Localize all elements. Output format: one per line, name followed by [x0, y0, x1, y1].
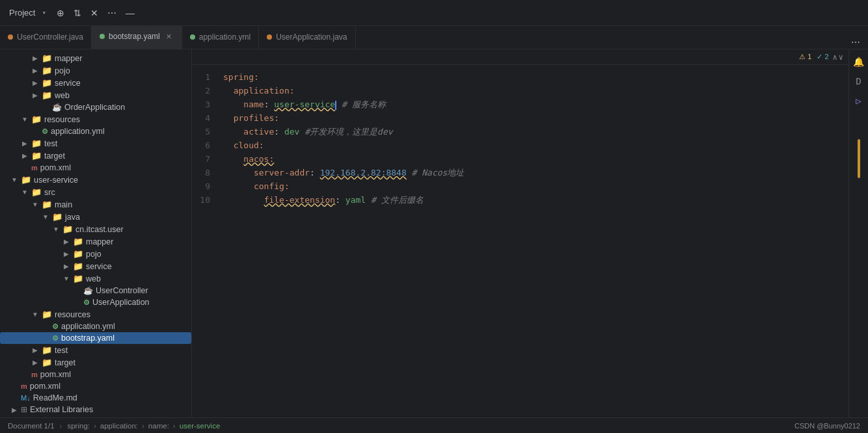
yaml-file-icon: ⚙	[52, 334, 59, 343]
check-count: ✓ 2	[817, 53, 828, 61]
code-body[interactable]: 1 2 3 4 5 6 7 8 9 10 spring: application…	[192, 65, 848, 417]
close-icon[interactable]: ✕	[88, 7, 101, 20]
sidebar-item-mapper2[interactable]: ▶ 📁 mapper	[0, 235, 191, 248]
arrow-icon: ›	[142, 422, 144, 430]
sidebar-item-target1[interactable]: ▶ 📁 target	[0, 150, 191, 162]
sidebar-item-user-service[interactable]: ▼ 📁 user-service	[0, 174, 191, 186]
sidebar-item-service2[interactable]: ▶ 📁 service	[0, 260, 191, 272]
add-icon[interactable]: ⊕	[54, 7, 67, 20]
code-line-8: server-addr: 192.168.2.82:8848 # Nacos地址	[223, 166, 841, 179]
sidebar-item-label: service	[55, 79, 81, 88]
sidebar-item-test1[interactable]: ▶ 📁 test	[0, 137, 191, 150]
code-content[interactable]: spring: application: name: user-service …	[215, 65, 848, 417]
expand-arrow-icon: ▼	[42, 213, 49, 220]
code-line-5: active: dev #开发环境，这里是dev	[223, 125, 841, 138]
tab-usercontroller[interactable]: UserController.java	[0, 25, 92, 49]
sidebar-item-pom1[interactable]: m pom.xml	[0, 162, 191, 174]
folder-icon: 📁	[73, 261, 83, 271]
project-title[interactable]: Project	[5, 5, 39, 20]
tab-bootstrap[interactable]: bootstrap.yaml ✕	[92, 25, 182, 49]
minimize-icon[interactable]: —	[123, 7, 137, 20]
sidebar-item-resources1[interactable]: ▼ 📁 resources	[0, 113, 191, 125]
sidebar-item-resources2[interactable]: ▼ 📁 resources	[0, 308, 191, 321]
expand-arrow-icon: ▼	[31, 311, 39, 318]
sidebar-item-target2[interactable]: ▶ 📁 target	[0, 356, 191, 369]
tab-userapplication[interactable]: UserApplication.java	[259, 25, 355, 49]
sidebar-item-web1[interactable]: ▶ 📁 web	[0, 89, 191, 101]
folder-icon: 📁	[31, 187, 42, 197]
sidebar-item-application-yml2[interactable]: ⚙ application.yml	[0, 321, 191, 332]
swap-icon[interactable]: ⇅	[71, 7, 84, 20]
sidebar-item-cn-itcast-user[interactable]: ▼ 📁 cn.itcast.user	[0, 223, 191, 235]
tab-label: application.yml	[199, 33, 251, 42]
code-line-6: cloud:	[223, 138, 841, 152]
sidebar-item-service1[interactable]: ▶ 📁 service	[0, 77, 191, 89]
breadcrumb-name: name:	[148, 422, 169, 430]
sidebar-item-pom-root[interactable]: m pom.xml	[0, 380, 191, 392]
sidebar-item-label: user-service	[34, 176, 78, 185]
collapse-icon[interactable]: ∨	[839, 53, 843, 62]
expand-icon[interactable]: ∧	[833, 53, 837, 62]
code-line-3: name: user-service # 服务名称	[223, 98, 841, 111]
title-bar: Project ▾ ⊕ ⇅ ✕ ⋯ —	[0, 0, 868, 26]
yaml-dot-icon	[100, 34, 105, 39]
folder-icon: 📁	[31, 114, 42, 124]
code-line-1: spring:	[223, 70, 841, 84]
sidebar-item-label: service	[86, 262, 112, 271]
sidebar-item-readme[interactable]: M↓ ReadMe.md	[0, 392, 191, 404]
arrow-icon: ›	[94, 422, 96, 430]
spring-file-icon: ⚙	[83, 298, 90, 307]
collapse-arrow-icon: ▶	[10, 406, 18, 413]
sidebar-item-label: test	[55, 346, 68, 355]
more-icon[interactable]: ⋯	[105, 7, 119, 20]
java-dot-icon	[8, 34, 13, 40]
sidebar-item-pojo1[interactable]: ▶ 📁 pojo	[0, 64, 191, 77]
sidebar-item-src[interactable]: ▼ 📁 src	[0, 186, 191, 198]
warning-count: ⚠ 1	[799, 53, 811, 61]
expand-arrow-icon: ▼	[21, 189, 29, 196]
sidebar-item-label: target	[55, 358, 75, 367]
database-icon[interactable]: D	[852, 74, 866, 88]
folder-icon: 📁	[21, 175, 31, 185]
sidebar-item-bootstrap-yaml[interactable]: ⚙ bootstrap.yaml	[0, 332, 191, 344]
sidebar-item-web2[interactable]: ▼ 📁 web	[0, 272, 191, 285]
notification-icon[interactable]: 🔔	[852, 55, 866, 69]
sidebar-item-java[interactable]: ▼ 📁 java	[0, 211, 191, 223]
sidebar-item-pom2[interactable]: m pom.xml	[0, 369, 191, 380]
sidebar-item-application-yml1[interactable]: ⚙ application.yml	[0, 125, 191, 137]
sidebar-item-mapper1[interactable]: ▶ 📁 mapper	[0, 52, 191, 64]
sidebar-item-usercontroller[interactable]: ☕ UserController	[0, 285, 191, 296]
sidebar-item-test2[interactable]: ▶ 📁 test	[0, 344, 191, 356]
tab-application-yml[interactable]: application.yml	[182, 25, 259, 49]
folder-icon: 📁	[73, 249, 83, 259]
sidebar-item-label: OrderApplication	[64, 103, 125, 112]
collapse-arrow-icon: ▶	[62, 263, 70, 270]
expand-arrow-icon: ▼	[31, 201, 39, 208]
tab-label: UserApplication.java	[276, 33, 347, 42]
sidebar-item-label: cn.itcast.user	[75, 225, 124, 234]
sidebar-item-main[interactable]: ▼ 📁 main	[0, 198, 191, 211]
expand-arrow-icon: ▼	[52, 226, 60, 233]
plugin-icon[interactable]: ▷	[852, 94, 866, 108]
collapse-arrow-icon: ▶	[31, 67, 39, 74]
folder-icon: 📁	[42, 309, 52, 319]
collapse-arrow-icon: ▶	[31, 347, 39, 354]
folder-icon: 📁	[42, 78, 52, 88]
code-line-7: nacos:	[223, 152, 841, 166]
sidebar-item-label: mapper	[55, 54, 82, 63]
java-file-icon: ☕	[52, 103, 62, 112]
sidebar-item-label: mapper	[86, 237, 113, 246]
collapse-arrow-icon: ▶	[62, 250, 70, 257]
sidebar-item-pojo2[interactable]: ▶ 📁 pojo	[0, 248, 191, 260]
sidebar-item-label: application.yml	[61, 322, 115, 331]
sidebar-item-orderapplication[interactable]: ☕ OrderApplication	[0, 101, 191, 113]
sidebar-item-label: pojo	[55, 66, 70, 75]
folder-icon: 📁	[31, 151, 42, 161]
tabs-more-button[interactable]: ⋯	[848, 36, 863, 49]
sidebar-item-userapplication[interactable]: ⚙ UserApplication	[0, 296, 191, 308]
sidebar-item-external-libraries[interactable]: ▶ ⊞ External Libraries	[0, 404, 191, 415]
tab-close-icon[interactable]: ✕	[164, 32, 174, 42]
expand-arrow-icon: ▼	[21, 116, 29, 123]
minimap-scroll-indicator	[858, 139, 860, 178]
separator: ›	[60, 422, 62, 430]
